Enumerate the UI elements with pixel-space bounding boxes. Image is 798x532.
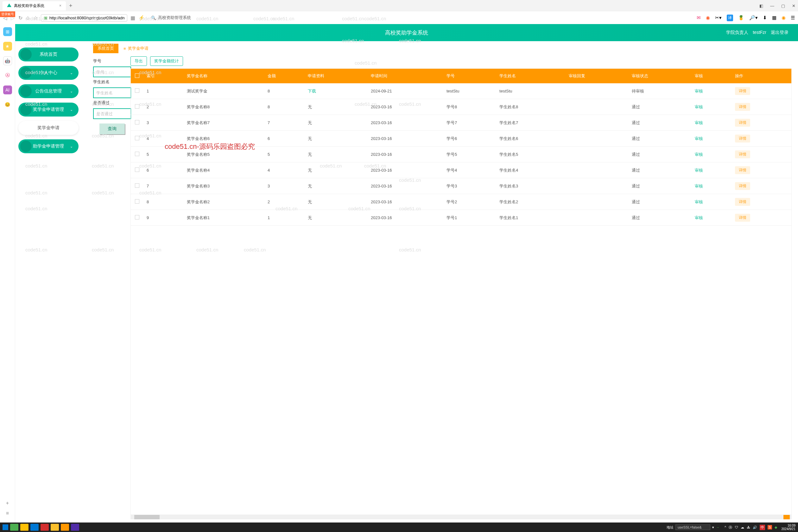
- browser-search[interactable]: 🔍 高校资助管理系统: [148, 14, 194, 21]
- forward-icon[interactable]: ▷: [11, 15, 15, 21]
- mail-icon[interactable]: ✉: [697, 15, 701, 21]
- tab-close-icon[interactable]: ×: [59, 3, 61, 8]
- tab-favicon-icon: [7, 3, 12, 8]
- translate-icon[interactable]: 译: [727, 15, 733, 21]
- menu-icon[interactable]: ☰: [791, 15, 795, 21]
- reload-icon[interactable]: ↻: [18, 15, 22, 21]
- download-icon[interactable]: ⬇: [763, 15, 767, 21]
- minimize-icon[interactable]: —: [770, 3, 774, 8]
- close-window-icon[interactable]: ✕: [792, 3, 796, 8]
- qr-icon[interactable]: ▦: [131, 15, 135, 21]
- url-input[interactable]: ▣ http://localhost:8080/springboot08ktb/…: [41, 14, 128, 21]
- scissors-icon[interactable]: ✂▾: [715, 15, 722, 21]
- window-controls: ◧ — ▢ ✕: [759, 3, 796, 8]
- maximize-icon[interactable]: ▢: [781, 3, 785, 8]
- lock-icon: ▣: [44, 16, 48, 20]
- app-container: 高校奖助学金系统 学院负责人 testFzr 退出登录 系统首页个人中心⌄公告信…: [15, 24, 798, 24]
- tab-bar: 高校奖助学金系统 × + ◧ — ▢ ✕: [0, 0, 798, 12]
- zoom-icon[interactable]: 🔎▾: [749, 15, 758, 21]
- browser-tab[interactable]: 高校奖助学金系统 ×: [2, 1, 66, 11]
- new-tab-button[interactable]: +: [66, 2, 76, 9]
- color-icon[interactable]: ◉: [781, 15, 786, 21]
- address-bar: 登录账号 ◁ ▷ ↻ ⌂ ☆ ▣ http://localhost:8080/s…: [0, 12, 798, 24]
- apps-icon[interactable]: ▦: [772, 15, 777, 21]
- weibo-icon[interactable]: ◉: [706, 15, 710, 21]
- url-text: http://localhost:8080/springboot08ktb/ad…: [50, 16, 125, 20]
- app-header: 高校奖助学金系统 学院负责人 testFzr 退出登录: [15, 24, 798, 24]
- tab-title: 高校奖助学金系统: [14, 3, 44, 8]
- search-icon: 🔍: [151, 16, 156, 20]
- pineapple-icon[interactable]: 🍍: [738, 15, 744, 21]
- browser-chrome: 高校奖助学金系统 × + ◧ — ▢ ✕ 登录账号 ◁ ▷ ↻ ⌂ ☆ ▣ ht…: [0, 0, 798, 24]
- favorite-icon[interactable]: ☆: [33, 15, 38, 21]
- browser-sidebar: ⊞ ★ 🤖 Ⓐ AI 😊 + ≡: [0, 24, 15, 24]
- search-placeholder: 高校资助管理系统: [158, 15, 191, 21]
- bolt-icon[interactable]: ⚡: [138, 15, 145, 21]
- incognito-icon[interactable]: ◧: [759, 3, 763, 8]
- home-icon[interactable]: ⌂: [26, 15, 30, 21]
